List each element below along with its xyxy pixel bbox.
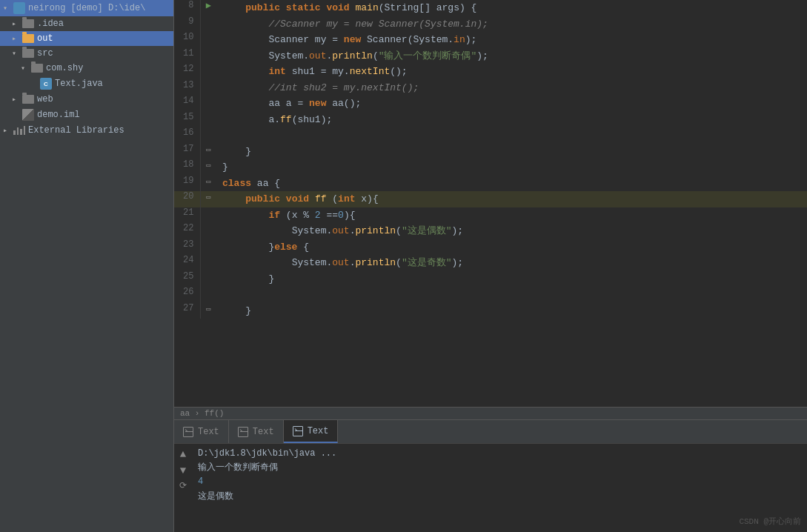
sidebar-item-root[interactable]: ▾ neirong [demo] D:\ide\: [0, 0, 173, 16]
table-row: 8 ▶ public static void main(String[] arg…: [174, 0, 807, 16]
table-row: 21 if (x % 2 ==0){: [174, 207, 807, 224]
table-row: 25 }: [174, 271, 807, 287]
line-code: a.ff(shu1);: [216, 112, 807, 128]
folder-orange-icon: [22, 34, 34, 43]
line-number: 16: [174, 127, 200, 144]
console-command-text: D:\jdk1.8\jdk\bin\java ...: [198, 448, 336, 459]
table-row: 13 //int shu2 = my.nextInt();: [174, 80, 807, 96]
line-number: 13: [174, 80, 200, 96]
line-number: 10: [174, 32, 200, 48]
table-row: 16: [174, 127, 807, 144]
line-number: 24: [174, 255, 200, 271]
line-code: //Scanner my = new Scanner(System.in);: [216, 16, 807, 33]
line-number: 12: [174, 64, 200, 80]
console-content: D:\jdk1.8\jdk\bin\java ... 输入一个数判断奇偶 4 这…: [180, 447, 801, 504]
sidebar-item-ext-libs[interactable]: ▸ External Libraries: [0, 123, 173, 138]
sidebar-item-label: web: [37, 94, 53, 104]
sidebar-item-com-shy[interactable]: ▾ com.shy: [0, 61, 173, 76]
fold-icon[interactable]: ▭: [206, 146, 210, 154]
line-number: 19: [174, 176, 200, 192]
sidebar-item-idea[interactable]: ▸ .idea: [0, 16, 173, 31]
sidebar-item-src[interactable]: ▾ src: [0, 46, 173, 61]
sidebar: ▾ neirong [demo] D:\ide\ ▸ .idea ▸ out ▾…: [0, 0, 174, 532]
console-input-line: 4: [198, 475, 801, 489]
gutter-cell: [200, 64, 216, 80]
gutter-cell: [200, 271, 216, 287]
root-icon: [13, 2, 25, 14]
gutter-cell: [200, 223, 216, 239]
table-row: 9 //Scanner my = new Scanner(System.in);: [174, 16, 807, 33]
sidebar-item-label: demo.iml: [37, 110, 80, 120]
line-code: if (x % 2 ==0){: [216, 207, 807, 224]
gutter-fold: ▭: [200, 303, 216, 319]
sidebar-item-demo-iml[interactable]: ▸ demo.iml: [0, 107, 173, 123]
folder-icon: [22, 49, 34, 58]
scroll-down-button[interactable]: ▼: [176, 463, 190, 478]
chevron-right-icon: ▸: [30, 79, 39, 88]
console-result-line: 这是偶数: [198, 490, 801, 504]
table-row: 27 ▭ }: [174, 303, 807, 319]
table-row: 24 System.out.println("这是奇数");: [174, 255, 807, 271]
line-code: class aa {: [216, 176, 807, 192]
line-number: 14: [174, 96, 200, 112]
tab-label: Text: [253, 427, 274, 437]
table-row: 12 int shu1 = my.nextInt();: [174, 64, 807, 80]
line-number: 21: [174, 207, 200, 224]
line-code: }: [216, 144, 807, 160]
fold-icon[interactable]: ▭: [206, 162, 210, 170]
line-number: 27: [174, 303, 200, 319]
line-code: [216, 127, 807, 144]
chevron-icon: ▾: [3, 4, 12, 13]
gutter-fold: ▭: [200, 144, 216, 160]
bar-chart-icon: [13, 126, 25, 135]
line-code: public static void main(String[] args) {: [216, 0, 807, 16]
line-number: 23: [174, 239, 200, 256]
tab-2[interactable]: Text: [284, 420, 339, 443]
gutter-fold: ▭: [200, 191, 216, 207]
line-number: 18: [174, 159, 200, 176]
table-row: 17 ▭ }: [174, 144, 807, 160]
chevron-down-icon: ▾: [21, 64, 30, 73]
sidebar-item-text-java[interactable]: ▸ C Text.java: [0, 76, 173, 92]
line-number: 11: [174, 48, 200, 64]
java-file-icon: C: [40, 78, 52, 90]
table-row: 14 aa a = new aa();: [174, 96, 807, 112]
gutter-cell: [200, 80, 216, 96]
line-code: }: [216, 159, 807, 176]
sidebar-item-label: com.shy: [46, 63, 83, 73]
scroll-up-button[interactable]: ▲: [176, 447, 190, 462]
code-editor[interactable]: 8 ▶ public static void main(String[] arg…: [174, 0, 807, 407]
folder-icon: [31, 64, 43, 73]
line-code: System.out.println("这是奇数");: [216, 255, 807, 271]
csdn-watermark: CSDN @开心向前: [739, 516, 801, 529]
fold-icon[interactable]: ▭: [206, 178, 210, 186]
line-number: 20: [174, 191, 200, 207]
chevron-down-icon: ▾: [12, 49, 21, 58]
line-number: 26: [174, 287, 200, 303]
line-code: public void ff (int x){: [216, 191, 807, 207]
gutter-fold: ▭: [200, 176, 216, 192]
gutter-arrow: ▶: [200, 0, 216, 16]
fold-icon[interactable]: ▭: [206, 305, 210, 313]
sidebar-item-label: neirong [demo] D:\ide\: [28, 3, 145, 13]
line-code: System.out.println("输入一个数判断奇偶");: [216, 48, 807, 64]
line-code: }: [216, 271, 807, 287]
sidebar-item-out[interactable]: ▸ out: [0, 31, 173, 46]
line-number: 17: [174, 144, 200, 160]
console-input-text: 4: [198, 476, 203, 487]
tab-0[interactable]: Text: [174, 420, 229, 443]
run-arrow-icon: ▶: [206, 1, 211, 11]
sidebar-item-label: Text.java: [55, 79, 103, 89]
reload-button[interactable]: ⟳: [176, 479, 190, 494]
console-output-text: 输入一个数判断奇偶: [198, 462, 278, 473]
fold-icon[interactable]: ▭: [206, 193, 210, 202]
tab-1[interactable]: Text: [229, 420, 284, 443]
line-number: 15: [174, 112, 200, 128]
folder-icon: [22, 19, 34, 28]
chevron-right-icon: ▸: [12, 34, 21, 43]
console-result-text: 这是偶数: [198, 491, 233, 502]
sidebar-item-web[interactable]: ▸ web: [0, 92, 173, 107]
terminal-icon-active: [293, 426, 303, 436]
gutter-cell: [200, 16, 216, 33]
line-number: 8: [174, 0, 200, 16]
